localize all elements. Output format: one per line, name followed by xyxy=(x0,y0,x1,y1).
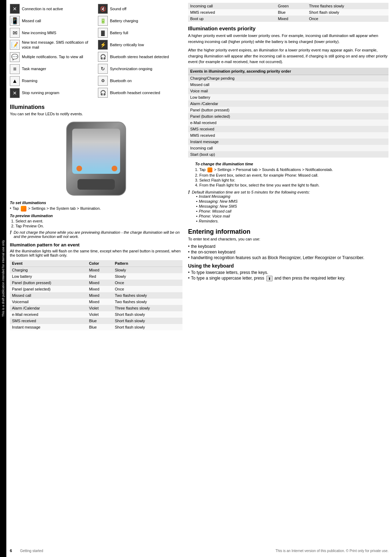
note-icon: ! xyxy=(10,229,12,239)
entering-desc: To enter text and characters, you can us… xyxy=(188,237,388,241)
table-row: e-Mail receivedVioletShort flash slowly xyxy=(10,311,182,318)
icon-row: ▓ Battery full xyxy=(98,27,182,39)
side-label: This is a draft publication intended for… xyxy=(0,0,6,557)
icon-row: 📳 Missed call xyxy=(10,15,94,27)
change-time-title: To change the illumination time xyxy=(188,162,388,166)
footer-left: 6 Getting started xyxy=(10,549,43,553)
illuminations-title: Illuminations xyxy=(10,104,182,110)
pattern-title: Illumination pattern for an event xyxy=(10,242,182,247)
list-item: SMS received xyxy=(188,126,388,132)
tap-icon xyxy=(21,206,26,212)
priority-table: Events in illumination priority, ascendi… xyxy=(188,68,388,158)
priority-header: Events in illumination priority, ascendi… xyxy=(188,68,388,75)
icon-col-1: ✕ Connection is not active 📳 Missed call… xyxy=(10,3,94,99)
list-item: Panel (button selected) xyxy=(188,113,388,120)
icon-row: ✉ New incoming MMS xyxy=(10,27,94,39)
to-preview-steps: Select an event. Tap Preview On. xyxy=(10,219,182,228)
multiple-notifications-icon: 💬 xyxy=(10,52,20,62)
icon-grid: ✕ Connection is not active 📳 Missed call… xyxy=(10,3,182,99)
icon-row: ⚡ Battery critically low xyxy=(98,39,182,51)
table-row: Panel (button pressed)MixedOnce xyxy=(10,280,182,286)
keyboard-tip-2: To type a single uppercase letter, press… xyxy=(188,276,388,281)
list-item: Charging/Charge pending xyxy=(188,75,388,81)
svg-rect-0 xyxy=(72,147,122,176)
bluetooth-on-icon: ⚙ xyxy=(98,76,108,86)
svg-point-2 xyxy=(112,166,117,171)
right-top-table: Incoming callGreenThree flashes slowlyMM… xyxy=(188,3,388,22)
connection-not-active-icon: ✕ xyxy=(10,4,20,14)
icon-row: 🎧 Bluetooth headset connected xyxy=(98,87,182,99)
to-preview-title: To preview illumination xyxy=(10,214,182,218)
list-item: Messaging: New MMS xyxy=(192,199,310,203)
icon-row: ✕ Connection is not active xyxy=(10,3,94,15)
note-block: ! Do not charge the phone while you are … xyxy=(10,230,182,239)
pattern-desc: All the illumination lights will flash o… xyxy=(10,249,182,257)
illumination-priority-title: Illumination events priority xyxy=(188,25,388,31)
table-row: Low batteryRedSlowly xyxy=(10,273,182,280)
list-item: Instant Messaging xyxy=(192,194,310,198)
change-time-block: To change the illumination time Tap > Se… xyxy=(188,162,388,187)
roaming-icon: ▲ xyxy=(10,76,20,86)
list-item: Missed call xyxy=(188,81,388,88)
step-2: Tap Preview On. xyxy=(15,224,182,228)
icon-row: ↻ Synchronization ongoing xyxy=(98,63,182,75)
stop-program-icon: ✕ xyxy=(10,88,20,98)
icon-row: ✕ Stop running program xyxy=(10,87,94,99)
bluetooth-headset-icon: 🎧 xyxy=(98,88,108,98)
table-row: Missed callMixedTwo flashes slowly xyxy=(10,292,182,299)
table-row: Panel (panel selected)MixedOnce xyxy=(10,286,182,292)
list-item: Instant message xyxy=(188,139,388,145)
illuminations-desc: You can set the four LEDs to notify even… xyxy=(10,112,182,116)
table-row: Boot upMixedOnce xyxy=(188,16,388,22)
col-pattern: Pattern xyxy=(113,260,182,267)
table-row: Alarm /CalendarVioletThree flashes slowl… xyxy=(10,305,182,311)
list-item: Messaging: New SMS xyxy=(192,204,310,208)
battery-critical-icon: ⚡ xyxy=(98,40,108,50)
icon-col-2: 🔇 Sound off 🔋 Battery charging ▓ Battery… xyxy=(98,3,182,99)
icon-row: 🔇 Sound off xyxy=(98,3,182,15)
list-item: Start (boot up) xyxy=(188,151,388,158)
icon-row: ▲ Roaming xyxy=(10,75,94,87)
to-set-step: Tap > Settings > the System tab > Illumi… xyxy=(10,206,182,212)
phone-image xyxy=(66,122,126,196)
task-manager-icon: ≡ xyxy=(10,64,20,74)
to-preview-block: To preview illumination Select an event.… xyxy=(10,214,182,228)
table-row: ChargingMixedSlowly xyxy=(10,267,182,273)
new-sms-icon: 📝 xyxy=(10,40,20,50)
default-note-block: ! Default illumination time are set to 5… xyxy=(188,190,388,224)
table-row: MMS receivedBlueShort flash slowly xyxy=(188,9,388,16)
list-item: Phone: Missed call xyxy=(192,209,310,213)
main-content: ✕ Connection is not active 📳 Missed call… xyxy=(6,0,392,557)
table-row: VoicemailMixedTwo flashes slowly xyxy=(10,299,182,305)
default-note-content: Default illumination time are set to 5 m… xyxy=(192,190,310,224)
sync-ongoing-icon: ↻ xyxy=(98,64,108,74)
entering-title: Entering information xyxy=(188,228,388,235)
to-set-title: To set illuminations xyxy=(10,201,182,205)
list-item: the on-screen keyboard xyxy=(188,250,388,255)
right-column: Incoming callGreenThree flashes slowlyMM… xyxy=(188,3,388,554)
battery-charging-icon: 🔋 xyxy=(98,16,108,26)
to-set-block: To set illuminations Tap > Settings > th… xyxy=(10,201,182,212)
illumination-priority-desc2: After the higher priority event expires,… xyxy=(188,47,388,65)
battery-full-icon: ▓ xyxy=(98,28,108,38)
missed-call-icon: 📳 xyxy=(10,16,20,26)
col-color: Color xyxy=(87,260,113,267)
svg-point-1 xyxy=(76,166,82,171)
default-note-items: Instant MessagingMessaging: New MMSMessa… xyxy=(192,194,310,223)
table-row: Instant messageBlueShort flash slowly xyxy=(10,324,182,330)
bluetooth-stereo-icon: 🎧 xyxy=(98,52,108,62)
note-text: Do not charge the phone while you are pr… xyxy=(14,230,182,239)
col-event: Event xyxy=(10,260,87,267)
list-item: e-Mail received xyxy=(188,120,388,126)
event-table: Event Color Pattern ChargingMixedSlowlyL… xyxy=(10,260,182,330)
left-column: ✕ Connection is not active 📳 Missed call… xyxy=(10,3,182,554)
sound-off-icon: 🔇 xyxy=(98,4,108,14)
page: This is a draft publication intended for… xyxy=(0,0,392,557)
list-item: handwriting recognition features such as… xyxy=(188,255,388,260)
change-time-steps: Tap > Settings > Personal tab > Sounds &… xyxy=(188,167,388,187)
list-item: Voice mail xyxy=(188,88,388,94)
new-mms-icon: ✉ xyxy=(10,28,20,38)
list-item: MMS received xyxy=(188,132,388,139)
priority-table-body: Charging/Charge pendingMissed callVoice … xyxy=(188,75,388,158)
icon-row: 🔋 Battery charging xyxy=(98,15,182,27)
